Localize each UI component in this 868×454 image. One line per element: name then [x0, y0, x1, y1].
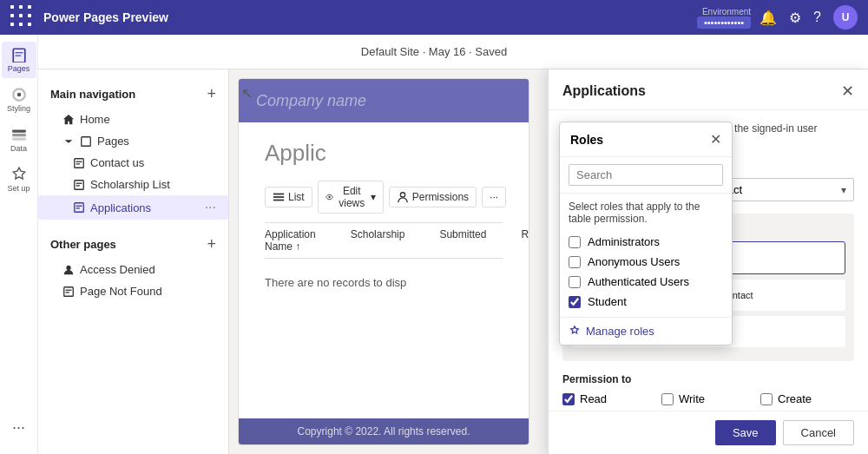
- nav-item-page-not-found[interactable]: Page Not Found: [38, 280, 228, 302]
- perm-create-label: Create: [778, 392, 812, 405]
- main-nav-label: Main navigation: [50, 88, 135, 101]
- sidebar-item-styling[interactable]: Styling: [2, 82, 36, 118]
- col-submitted: Submitted: [439, 228, 486, 253]
- svg-point-24: [328, 196, 330, 198]
- sidebar-item-pages[interactable]: Pages: [2, 42, 36, 78]
- nav-item-pages-label: Pages: [97, 135, 129, 148]
- preview-site: Company name Applic List Edit views ▾: [238, 78, 529, 445]
- svg-rect-11: [75, 180, 84, 189]
- back-arrow-button[interactable]: ↖: [241, 85, 253, 102]
- nav-item-page-not-found-label: Page Not Found: [80, 285, 162, 298]
- perm-read-checkbox[interactable]: [562, 393, 575, 405]
- nav-item-applications[interactable]: Applications ···: [38, 195, 228, 220]
- perm-write[interactable]: Write: [661, 392, 755, 405]
- permissions-button[interactable]: Permissions: [389, 187, 477, 207]
- perm-read[interactable]: Read: [562, 392, 656, 405]
- preview-page-title: Applic: [265, 140, 503, 167]
- right-panel-footer: Save Cancel: [549, 411, 868, 454]
- role-anonymous-label: Anonymous Users: [588, 255, 680, 268]
- preview-content: Applic List Edit views ▾ Permissions: [239, 122, 529, 324]
- sidebar-setup-label: Set up: [7, 184, 30, 193]
- roles-dialog-title: Roles: [570, 133, 603, 147]
- add-nav-item-button[interactable]: +: [207, 85, 216, 103]
- nav-item-access-denied-label: Access Denied: [80, 263, 155, 276]
- nav-item-home-label: Home: [80, 113, 110, 126]
- topbar-icons: 🔔 ⚙ ? U: [760, 5, 858, 30]
- more-options-button[interactable]: ···: [482, 187, 506, 207]
- topbar: Power Pages Preview Environment ••••••••…: [0, 0, 868, 35]
- apps-grid-icon[interactable]: [10, 5, 35, 30]
- nav-item-applications-label: Applications: [90, 201, 151, 214]
- role-anonymous[interactable]: Anonymous Users: [569, 255, 723, 268]
- role-authenticated-checkbox[interactable]: [569, 276, 581, 288]
- nav-item-pages[interactable]: Pages: [38, 130, 228, 152]
- svg-rect-6: [12, 137, 26, 140]
- roles-dialog-close-button[interactable]: ✕: [710, 131, 721, 148]
- svg-rect-21: [273, 194, 284, 195]
- nav-item-home[interactable]: Home: [38, 109, 228, 130]
- perm-create-checkbox[interactable]: [760, 393, 773, 405]
- svg-rect-22: [273, 196, 284, 198]
- add-other-page-button[interactable]: +: [207, 235, 216, 253]
- permissions-btn-label: Permissions: [412, 191, 469, 203]
- permission-section: Permission to Read Write Create: [562, 373, 854, 411]
- role-administrators-label: Administrators: [588, 235, 660, 248]
- manage-roles-label: Manage roles: [586, 325, 654, 338]
- perm-read-label: Read: [580, 392, 607, 405]
- preview-toolbar: List Edit views ▾ Permissions ···: [265, 181, 503, 214]
- svg-rect-4: [12, 129, 26, 132]
- role-student[interactable]: Student: [569, 295, 723, 308]
- perm-write-checkbox[interactable]: [661, 393, 674, 405]
- roles-dialog: Roles ✕ Select roles that apply to the t…: [559, 122, 733, 345]
- col-application-name: Application Name ↑: [265, 228, 316, 253]
- nav-item-scholarship-label: Scholarship List: [90, 178, 170, 191]
- role-administrators[interactable]: Administrators: [569, 235, 723, 248]
- nav-item-access-denied[interactable]: Access Denied: [38, 259, 228, 280]
- cancel-button[interactable]: Cancel: [783, 420, 854, 445]
- permission-grid: Read Write Create Delete: [562, 392, 854, 411]
- env-value: ••••••••••••: [697, 16, 751, 29]
- save-button[interactable]: Save: [715, 420, 776, 445]
- left-icon-bar: Pages Styling Data Set up ···: [0, 35, 38, 454]
- edit-views-btn-label: Edit views: [337, 185, 367, 209]
- nav-item-scholarship[interactable]: Scholarship List: [38, 174, 228, 195]
- role-administrators-checkbox[interactable]: [569, 236, 581, 248]
- sidebar-item-data[interactable]: Data: [2, 122, 36, 158]
- list-button[interactable]: List: [265, 187, 312, 207]
- nav-item-contact-us[interactable]: Contact us: [38, 152, 228, 174]
- role-student-checkbox[interactable]: [569, 296, 581, 308]
- sidebar-data-label: Data: [10, 144, 27, 153]
- sub-topbar: Default Site · May 16 · Saved: [0, 35, 868, 69]
- notification-icon[interactable]: 🔔: [760, 10, 777, 26]
- table-empty-message: There are no records to disp: [265, 259, 503, 306]
- edit-views-chevron: ▾: [371, 191, 376, 203]
- right-panel-title: Applications: [562, 83, 646, 99]
- preview-company-name: Company name: [256, 92, 366, 110]
- other-pages-label: Other pages: [50, 238, 116, 251]
- avatar[interactable]: U: [833, 5, 858, 30]
- roles-dialog-description: Select roles that apply to the table per…: [560, 194, 732, 232]
- role-student-label: Student: [588, 295, 627, 308]
- right-panel-close-button[interactable]: ✕: [841, 82, 854, 101]
- nav-item-applications-row: Applications ···: [90, 200, 216, 215]
- col-revi: Revi: [521, 228, 529, 253]
- svg-rect-8: [75, 158, 84, 168]
- settings-icon[interactable]: ⚙: [789, 10, 801, 26]
- roles-search-input[interactable]: [569, 164, 723, 186]
- role-authenticated[interactable]: Authenticated Users: [569, 275, 723, 288]
- role-anonymous-checkbox[interactable]: [569, 256, 581, 268]
- env-label: Environment: [702, 7, 751, 16]
- left-nav-panel: Main navigation + Home Pages Contact us …: [38, 69, 229, 454]
- sidebar-ellipsis[interactable]: ···: [12, 418, 25, 437]
- list-btn-label: List: [288, 191, 305, 203]
- help-icon[interactable]: ?: [813, 10, 821, 25]
- main-area: Main navigation + Home Pages Contact us …: [38, 69, 868, 454]
- perm-create[interactable]: Create: [760, 392, 854, 405]
- svg-rect-14: [75, 203, 84, 213]
- sidebar-item-setup[interactable]: Set up: [2, 161, 36, 198]
- manage-roles-link[interactable]: Manage roles: [560, 317, 732, 345]
- other-pages-header: Other pages +: [38, 230, 228, 259]
- preview-header: Company name: [239, 79, 529, 122]
- edit-views-button[interactable]: Edit views ▾: [318, 181, 384, 214]
- nav-applications-ellipsis[interactable]: ···: [205, 200, 216, 215]
